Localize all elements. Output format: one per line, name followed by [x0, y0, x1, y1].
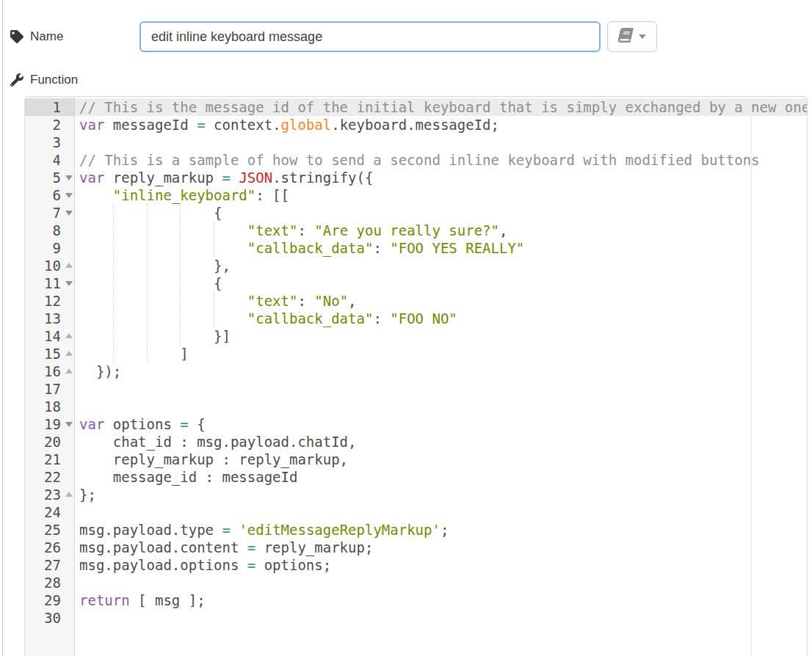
code-line[interactable]: "inline_keyboard": [[ [75, 186, 807, 204]
caret-down-icon [639, 34, 646, 39]
code-line[interactable]: msg.payload.type = 'editMessageReplyMark… [75, 521, 807, 539]
fold-open-icon[interactable] [65, 193, 73, 198]
code-line[interactable] [75, 398, 807, 415]
indent-guide [147, 310, 148, 327]
code-line[interactable] [75, 503, 807, 521]
indent-guide [113, 345, 114, 362]
code-line[interactable]: "text": "Are you really sure?", [75, 222, 807, 239]
code-token: "inline_keyboard" [113, 187, 255, 203]
code-token: , [348, 293, 356, 309]
code-token: return [79, 592, 130, 608]
indent-guide [214, 222, 214, 239]
gutter-line-number: 11 [25, 274, 74, 292]
fold-end-icon[interactable] [65, 263, 73, 268]
gutter-line-number: 4 [25, 151, 74, 169]
indent-guide [113, 222, 114, 239]
code-token: var [79, 416, 104, 432]
indent-guide [180, 292, 181, 310]
gutter-line-number: 21 [25, 451, 74, 468]
code-line[interactable] [75, 134, 807, 151]
code-editor[interactable]: 1234567891011121314151617181920212223242… [24, 96, 808, 656]
code-line[interactable]: "callback_data": "FOO YES REALLY" [75, 239, 807, 257]
code-token: var [79, 170, 104, 186]
code-token: = [180, 416, 188, 432]
code-line[interactable] [75, 380, 807, 398]
function-field-row: Function [10, 73, 78, 87]
code-line[interactable]: "text": "No", [75, 292, 807, 310]
gutter-line-number: 20 [25, 433, 74, 451]
fold-open-icon[interactable] [65, 175, 73, 181]
code-line[interactable]: var messageId = context.global.keyboard.… [75, 116, 807, 134]
code-token [231, 170, 239, 186]
code-line[interactable]: msg.payload.content = reply_markup; [75, 539, 807, 556]
indent-guide [147, 345, 148, 362]
gutter-line-number: 24 [25, 503, 74, 521]
code-line[interactable] [75, 609, 807, 627]
code-line[interactable] [75, 574, 807, 591]
code-line[interactable]: }] [75, 327, 807, 345]
code-token: { [79, 275, 222, 291]
code-token: context. [206, 117, 281, 133]
fold-end-icon[interactable] [65, 492, 73, 497]
code-token: "text" [247, 293, 298, 309]
code-token: 'editMessageReplyMarkup' [239, 522, 441, 538]
code-line[interactable]: message_id : messageId [75, 468, 807, 486]
code-token: options; [255, 557, 331, 573]
indent-guide [147, 204, 148, 222]
code-line[interactable]: }; [75, 486, 807, 503]
code-line[interactable]: }); [75, 362, 807, 380]
code-token: "Are you really sure?" [314, 222, 499, 238]
code-line[interactable]: msg.payload.options = options; [75, 556, 807, 574]
indent-guide [113, 310, 114, 327]
code-token: = [222, 522, 230, 538]
indent-guide [147, 274, 148, 292]
code-token: : [373, 240, 390, 256]
code-token: }; [79, 486, 96, 503]
code-token: .keyboard.messageId; [331, 117, 499, 133]
code-line[interactable]: var options = { [75, 415, 807, 433]
gutter-line-number: 25 [25, 521, 74, 539]
code-line[interactable]: return [ msg ]; [75, 591, 807, 609]
code-token: = [222, 170, 230, 186]
tray-edge-divider [2, 0, 3, 656]
code-line[interactable]: reply_markup : reply_markup, [75, 451, 807, 468]
code-token: : [297, 293, 314, 309]
code-line[interactable]: ] [75, 345, 807, 362]
gutter-line-number: 7 [25, 204, 74, 222]
code-token: msg.payload.content [79, 539, 247, 555]
indent-guide [214, 292, 214, 310]
code-line[interactable]: }, [75, 257, 807, 274]
code-token: }] [79, 328, 231, 344]
fold-end-icon[interactable] [65, 368, 73, 373]
function-label: Function [30, 73, 78, 87]
code-token: // This is the message id of the initial… [79, 99, 807, 115]
name-input[interactable] [139, 21, 601, 52]
fold-end-icon[interactable] [65, 351, 73, 356]
code-token: global [281, 117, 332, 133]
code-token: "FOO NO" [390, 310, 457, 327]
code-token: var [79, 117, 104, 133]
code-token: ; [441, 522, 449, 538]
fold-end-icon[interactable] [65, 333, 73, 338]
fold-open-icon[interactable] [65, 211, 73, 216]
code-token [79, 310, 247, 327]
gutter-line-number: 30 [25, 609, 74, 627]
indent-guide [147, 292, 148, 310]
code-line[interactable]: // This is the message id of the initial… [75, 98, 807, 116]
code-token: = [247, 539, 255, 555]
name-label: Name [30, 29, 63, 44]
code-token: "No" [314, 293, 348, 309]
code-line[interactable]: "callback_data": "FOO NO" [75, 310, 807, 327]
code-lines[interactable]: // This is the message id of the initial… [75, 97, 807, 656]
code-line[interactable]: // This is a sample of how to send a sec… [75, 151, 807, 169]
indent-guide [180, 274, 181, 292]
code-token: ] [79, 346, 189, 362]
code-line[interactable]: var reply_markup = JSON.stringify({ [75, 169, 807, 186]
fold-open-icon[interactable] [65, 281, 73, 286]
library-button[interactable] [607, 21, 657, 52]
fold-open-icon[interactable] [65, 422, 73, 427]
code-token: JSON [239, 170, 272, 186]
code-line[interactable]: chat_id : msg.payload.chatId, [75, 433, 807, 451]
code-line[interactable]: { [75, 274, 807, 292]
code-line[interactable]: { [75, 204, 807, 222]
